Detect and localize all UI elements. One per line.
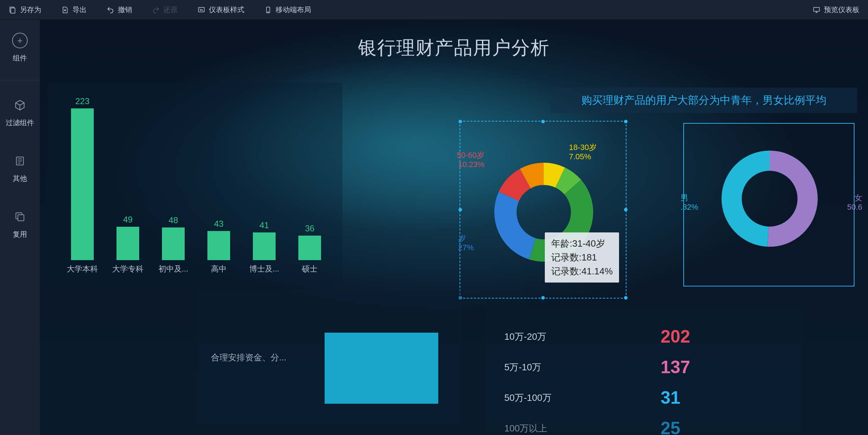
undo-button[interactable]: 撤销	[107, 5, 132, 15]
resize-handle[interactable]	[459, 208, 462, 211]
dashboard-style-button[interactable]: 仪表板样式	[197, 5, 244, 15]
kpi-label: 10万-20万	[504, 331, 597, 343]
style-icon	[197, 6, 205, 14]
preview-label: 预览仪表板	[824, 5, 859, 15]
undo-label: 撤销	[118, 5, 132, 15]
undo-icon	[107, 6, 114, 14]
bar[interactable]	[116, 227, 139, 260]
sidebar-others[interactable]: 其他	[12, 153, 28, 183]
bar-category-label: 大学本科	[62, 264, 103, 274]
donut-slice[interactable]	[494, 192, 536, 259]
gender-label-male: 男.32%	[680, 193, 698, 212]
resize-handle[interactable]	[541, 296, 545, 300]
age-donut-panel[interactable]: 50-60岁10.23% 18-30岁7.05% 岁27% 年龄:31-40岁 …	[460, 121, 626, 299]
donut-slice[interactable]	[767, 151, 818, 247]
gender-donut-chart	[720, 149, 820, 249]
dashboard-canvas[interactable]: 银行理财产品用户分析 购买理财产品的用户大部分为中青年，男女比例平均 22349…	[40, 20, 868, 435]
export-label: 导出	[72, 5, 87, 15]
gender-label-female: 女50.6	[847, 193, 862, 212]
mobile-icon	[264, 6, 272, 14]
bar[interactable]	[162, 227, 185, 260]
gender-donut-panel[interactable]: 男.32% 女50.6	[683, 123, 855, 286]
sidebar-filters-label: 过滤组件	[6, 118, 34, 128]
tooltip-line: 年龄:31-40岁	[551, 237, 613, 251]
preview-button[interactable]: 预览仪表板	[813, 5, 859, 15]
bar-category-label: 初中及...	[153, 264, 194, 274]
text-panel[interactable]: 合理安排资金、分...	[197, 290, 462, 425]
save-as-icon	[9, 6, 16, 14]
bar-chart: 2234948434136大学本科大学专科初中及...高中博士及...硕士	[56, 93, 333, 278]
resize-handle[interactable]	[624, 120, 628, 123]
teal-block	[325, 333, 438, 404]
bar[interactable]	[253, 232, 276, 260]
bar-category-label: 硕士	[289, 264, 330, 274]
bar-value: 49	[107, 215, 148, 225]
bar-value: 41	[244, 220, 285, 230]
sidebar-components-label: 组件	[13, 53, 27, 63]
resize-handle[interactable]	[541, 120, 545, 123]
kpi-value: 202	[661, 326, 690, 347]
kpi-row: 5万-10万137	[504, 352, 783, 382]
bar[interactable]	[71, 108, 94, 260]
kpi-value: 31	[661, 387, 680, 408]
sidebar-divider	[0, 80, 40, 80]
tooltip-line: 记录数:41.14%	[551, 264, 613, 278]
bar-value: 223	[62, 96, 103, 106]
bar-chart-panel[interactable]: 2234948434136大学本科大学专科初中及...高中博士及...硕士	[47, 82, 342, 285]
save-as-label: 另存为	[20, 5, 41, 15]
redo-button: 还原	[152, 5, 178, 15]
tooltip-line: 记录数:181	[551, 251, 613, 264]
kpi-row: 100万以上25	[504, 413, 783, 435]
resize-handle[interactable]	[624, 208, 628, 211]
bar-value: 43	[198, 219, 239, 229]
text-panel-text: 合理安排资金、分...	[197, 352, 310, 363]
top-toolbar: 另存为 导出 撤销 还原 仪表板样式 移动端布局 预览仪表板	[0, 0, 868, 20]
document-icon	[12, 153, 28, 169]
sidebar-reuse[interactable]: 复用	[12, 209, 28, 239]
redo-label: 还原	[163, 5, 178, 15]
mobile-layout-label: 移动端布局	[276, 5, 311, 15]
bar[interactable]	[298, 236, 321, 260]
svg-rect-1	[11, 8, 15, 13]
mobile-layout-button[interactable]: 移动端布局	[264, 5, 311, 15]
insight-banner[interactable]: 购买理财产品的用户大部分为中青年，男女比例平均	[550, 87, 857, 113]
text-panel-graphic	[310, 290, 462, 425]
kpi-label: 50万-100万	[504, 392, 597, 404]
donut-slice[interactable]	[722, 151, 770, 247]
kpi-value: 137	[661, 357, 690, 377]
svg-point-4	[268, 11, 268, 12]
sidebar-add-component[interactable]: + 组件	[12, 33, 28, 63]
cube-icon	[12, 97, 28, 113]
kpi-label: 5万-10万	[504, 361, 597, 374]
bar-category-label: 高中	[198, 264, 239, 274]
left-sidebar: + 组件 过滤组件 其他 复用	[0, 20, 40, 435]
dashboard-style-label: 仪表板样式	[209, 5, 244, 15]
age-label-1830: 18-30岁7.05%	[569, 143, 597, 162]
svg-rect-5	[814, 7, 820, 11]
sidebar-reuse-label: 复用	[13, 230, 27, 239]
resize-handle[interactable]	[624, 296, 628, 300]
bar-value: 36	[289, 224, 330, 233]
resize-handle[interactable]	[459, 120, 462, 123]
kpi-value: 25	[661, 418, 680, 435]
age-label-4150: 岁27%	[458, 234, 474, 253]
bar[interactable]	[207, 231, 230, 260]
plus-icon: +	[12, 33, 28, 48]
dashboard-title: 银行理财产品用户分析	[40, 36, 868, 60]
export-icon	[61, 6, 69, 14]
kpi-panel[interactable]: 10万-20万2025万-10万13750万-100万31100万以上25	[485, 308, 802, 432]
age-label-5060: 50-60岁10.23%	[457, 151, 484, 170]
export-button[interactable]: 导出	[61, 5, 87, 15]
kpi-label: 100万以上	[504, 422, 597, 435]
insight-text: 购买理财产品的用户大部分为中青年，男女比例平均	[581, 93, 826, 108]
kpi-row: 10万-20万202	[504, 321, 783, 352]
bar-value: 48	[153, 215, 194, 225]
sidebar-filters[interactable]: 过滤组件	[6, 97, 34, 128]
kpi-row: 50万-100万31	[504, 382, 783, 413]
monitor-icon	[813, 6, 820, 14]
svg-rect-8	[18, 215, 24, 221]
chart-tooltip: 年龄:31-40岁 记录数:181 记录数:41.14%	[545, 232, 619, 283]
bar-category-label: 博士及...	[244, 264, 285, 274]
redo-icon	[152, 6, 160, 14]
save-as-button[interactable]: 另存为	[9, 5, 41, 15]
